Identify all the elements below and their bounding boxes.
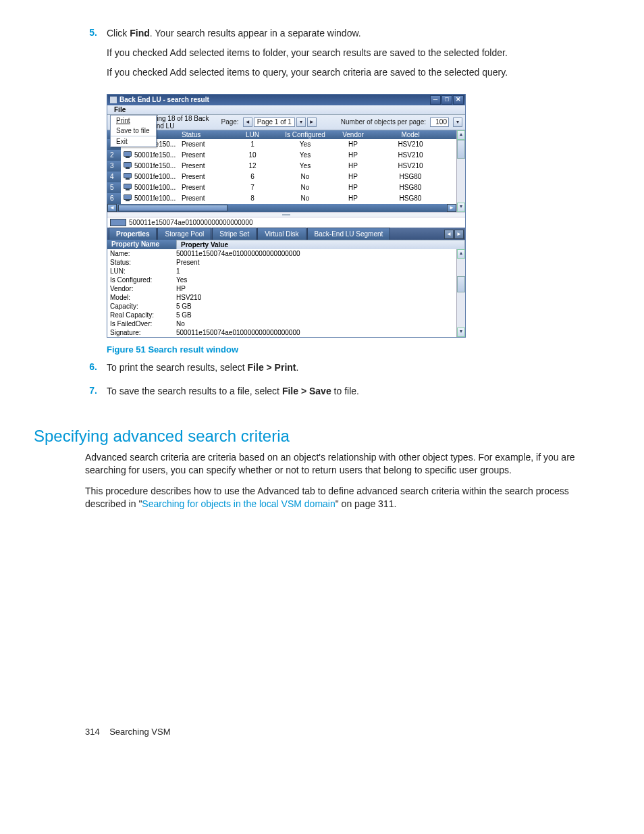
window-titlebar[interactable]: Back End LU - search result ─ □ ✕	[107, 95, 465, 105]
property-row: Real Capacity:5 GB	[107, 311, 456, 319]
table-header-row: ame Status LUN Is Configured Vendor Mode…	[107, 130, 456, 139]
vertical-scrollbar[interactable]: ▴ ▾	[456, 130, 465, 212]
tab-scroll-left-button[interactable]: ◄	[444, 230, 454, 239]
cell-model: HSG80	[373, 183, 448, 192]
tab-properties[interactable]: Properties	[109, 228, 157, 240]
th-status[interactable]: Status	[179, 130, 227, 139]
footer-section-title: Searching VSM	[109, 727, 170, 737]
hscroll-right-icon[interactable]: ►	[447, 204, 456, 212]
property-key: Vendor:	[107, 285, 171, 292]
property-value: Yes	[171, 276, 456, 284]
minimize-button[interactable]: ─	[430, 95, 441, 105]
paragraph-2: This procedure describes how to use the …	[34, 485, 608, 511]
figure-caption: Figure 51 Search result window	[107, 344, 608, 355]
table-row[interactable]: 650001fe100...Present8NoHPHSG80	[107, 193, 456, 204]
th-model[interactable]: Model	[373, 130, 448, 139]
table-row[interactable]: 150001fe150...Present1YesHPHSV210	[107, 139, 456, 150]
property-value: HSV210	[171, 294, 456, 301]
cell-vendor: HP	[333, 151, 373, 159]
step5-line3: If you checked Add selected items to que…	[107, 66, 608, 79]
property-value: 1	[171, 267, 456, 275]
property-key: LUN:	[107, 267, 171, 275]
menubar: File	[107, 105, 465, 115]
page-dropdown-button[interactable]: ▾	[296, 118, 306, 127]
cell-vendor: HP	[333, 161, 373, 170]
th-lun[interactable]: LUN	[227, 130, 277, 139]
cell-name: 50001fe100...	[132, 183, 179, 192]
disk-icon	[124, 151, 132, 158]
tab-back-end-lu-segment[interactable]: Back-End LU Segment	[307, 228, 391, 240]
close-button[interactable]: ✕	[453, 95, 464, 105]
cell-configured: Yes	[277, 140, 333, 149]
step-number-6: 6.	[76, 361, 107, 381]
table-row[interactable]: 250001fe150...Present10YesHPHSV210	[107, 150, 456, 161]
table-row[interactable]: 350001fe150...Present12YesHPHSV210	[107, 161, 456, 172]
cell-status: Present	[179, 172, 227, 181]
paragraph-1: Advanced search criteria are criteria ba…	[34, 451, 608, 477]
vscroll-up-icon[interactable]: ▴	[457, 130, 465, 140]
menu-item-print[interactable]: Print	[111, 115, 156, 126]
detail-icon	[110, 219, 126, 226]
cell-configured: No	[277, 194, 333, 203]
cell-name: 50001fe150...	[132, 151, 179, 159]
property-value: 500011e150074ae010000000000000000	[171, 329, 456, 336]
cell-vendor: HP	[333, 183, 373, 192]
cell-vendor: HP	[333, 194, 373, 203]
cell-configured: Yes	[277, 161, 333, 170]
property-value: 5 GB	[171, 303, 456, 310]
toolbar: wing 18 of 18 Back End LU Page: ◄ Page 1…	[107, 115, 465, 130]
table-row[interactable]: 550001fe100...Present7NoHPHSG80	[107, 182, 456, 193]
th-vendor[interactable]: Vendor	[333, 130, 373, 139]
vscroll-up-icon[interactable]: ▴	[457, 249, 465, 259]
cell-name: 50001fe150...	[132, 161, 179, 170]
maximize-button[interactable]: □	[441, 95, 452, 105]
tab-virtual-disk[interactable]: Virtual Disk	[257, 228, 306, 240]
table-row[interactable]: 450001fe100...Present6NoHPHSG80	[107, 172, 456, 182]
property-row: Is FailedOver:No	[107, 319, 456, 328]
property-row: Name:500011e150074ae010000000000000000	[107, 249, 456, 258]
cell-model: HSG80	[373, 172, 448, 181]
hscroll-left-icon[interactable]: ◄	[107, 204, 117, 212]
cell-lun: 8	[227, 194, 277, 203]
menu-item-exit[interactable]: Exit	[111, 136, 156, 147]
per-page-dropdown-button[interactable]: ▾	[453, 118, 462, 127]
detail-header: 500011e150074ae010000000000000000	[107, 217, 465, 228]
page-label: Page:	[221, 118, 239, 126]
hscroll-thumb[interactable]	[118, 205, 227, 211]
cross-reference-link[interactable]: Searching for objects in the local VSM d…	[142, 498, 335, 509]
per-page-input[interactable]: 100	[430, 118, 449, 127]
cell-vendor: HP	[333, 172, 373, 181]
cell-name: 50001fe100...	[132, 194, 179, 203]
property-row: Status:Present	[107, 258, 456, 267]
per-page-label: Number of objects per page:	[341, 118, 426, 126]
page-number: 314	[85, 727, 100, 737]
step5-line1: Click Find. Your search results appear i…	[107, 27, 608, 40]
th-property-value[interactable]: Property Value	[176, 240, 465, 249]
tab-storage-pool[interactable]: Storage Pool	[157, 228, 211, 240]
tab-scroll-right-button[interactable]: ►	[454, 230, 464, 239]
window-icon	[110, 97, 117, 103]
property-key: Capacity:	[107, 303, 171, 310]
cell-name: 50001fe100...	[132, 172, 179, 181]
page-prev-button[interactable]: ◄	[243, 118, 252, 127]
cell-status: Present	[179, 151, 227, 159]
property-value: No	[171, 320, 456, 328]
menu-item-save[interactable]: Save to file	[111, 126, 156, 136]
search-result-window: Back End LU - search result ─ □ ✕ File P…	[107, 94, 466, 338]
th-configured[interactable]: Is Configured	[277, 130, 333, 139]
step7-text: To save the search results to a file, se…	[107, 385, 608, 398]
vscroll-down-icon[interactable]: ▾	[457, 203, 465, 212]
window-title: Back End LU - search result	[119, 96, 430, 103]
vscroll-thumb[interactable]	[457, 276, 465, 292]
tab-stripe-set[interactable]: Stripe Set	[212, 228, 257, 240]
th-property-name[interactable]: Property Name	[107, 240, 176, 249]
vscroll-down-icon[interactable]: ▾	[457, 328, 465, 337]
page-next-button[interactable]: ►	[307, 118, 317, 127]
vscroll-thumb[interactable]	[457, 140, 465, 159]
splitter-handle[interactable]: ▬▬	[107, 212, 465, 217]
property-key: Is FailedOver:	[107, 320, 171, 328]
property-row: LUN:1	[107, 267, 456, 276]
menu-file[interactable]: File	[110, 105, 130, 114]
properties-vertical-scrollbar[interactable]: ▴ ▾	[456, 249, 465, 337]
horizontal-scrollbar[interactable]: ◄ ►	[107, 204, 456, 212]
